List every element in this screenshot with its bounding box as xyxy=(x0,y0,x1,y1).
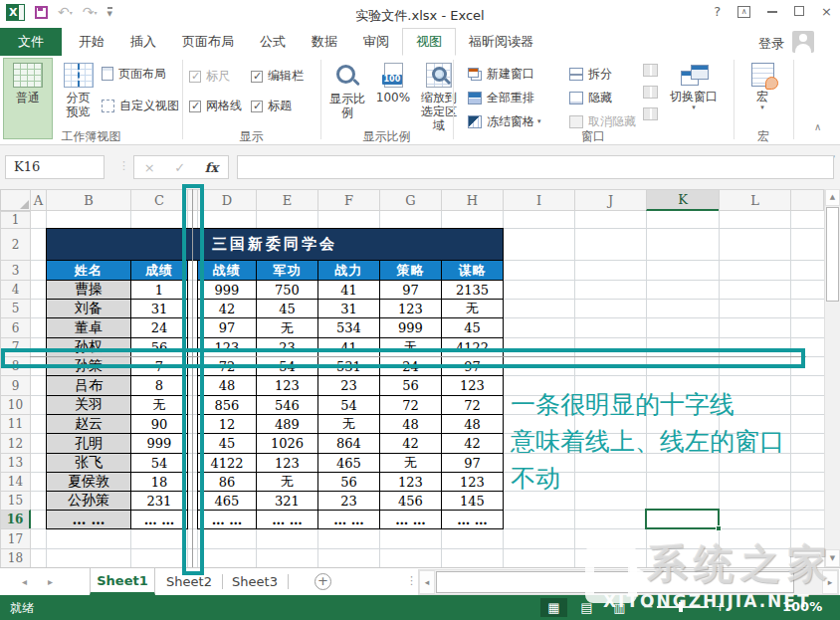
row-header-12[interactable]: 12 xyxy=(0,433,31,454)
table-cell[interactable]: 吕布 xyxy=(46,375,131,396)
table-cell[interactable]: 1026 xyxy=(256,433,318,454)
table-cell[interactable]: … … xyxy=(441,510,504,529)
table-cell[interactable]: 赵云 xyxy=(46,414,131,434)
table-cell[interactable]: 42 xyxy=(379,433,442,454)
table-cell[interactable]: 86 xyxy=(197,472,257,492)
row-header-14[interactable]: 14 xyxy=(0,472,31,492)
table-cell[interactable]: 无 xyxy=(256,472,318,492)
row-header-13[interactable]: 13 xyxy=(0,453,31,473)
column-header-A[interactable]: A xyxy=(30,189,47,211)
table-cell[interactable]: 48 xyxy=(441,414,504,434)
table-cell[interactable]: … … xyxy=(256,510,318,529)
scroll-right-arrow[interactable]: ▸ xyxy=(822,570,838,594)
table-cell[interactable]: 750 xyxy=(256,280,318,300)
table-cell[interactable]: 2135 xyxy=(441,280,504,300)
table-header-cell[interactable]: 姓名 xyxy=(46,260,131,281)
row-header-4[interactable]: 4 xyxy=(0,280,31,300)
table-cell[interactable]: 54 xyxy=(317,395,380,415)
table-cell[interactable]: 999 xyxy=(130,433,188,454)
zoom-slider[interactable] xyxy=(657,606,709,608)
vertical-scroll-thumb[interactable] xyxy=(826,207,839,302)
table-cell[interactable]: 531 xyxy=(317,356,380,376)
table-cell[interactable]: 曹操 xyxy=(46,280,131,300)
table-cell[interactable]: 123 xyxy=(256,375,318,396)
scroll-left-arrow[interactable]: ◂ xyxy=(419,570,435,594)
table-header-cell[interactable]: 战绩 xyxy=(197,260,257,281)
new-sheet-button[interactable]: + xyxy=(315,573,331,590)
scroll-up-arrow[interactable]: ▲ xyxy=(825,189,840,206)
table-cell[interactable]: 123 xyxy=(379,472,442,492)
column-header-B[interactable]: B xyxy=(46,189,131,211)
tab-bar-dots-icon[interactable]: ⋮ xyxy=(406,574,417,587)
table-header-cell[interactable]: 战力 xyxy=(317,260,380,281)
table-cell[interactable]: 321 xyxy=(256,491,318,511)
table-cell[interactable]: 465 xyxy=(317,453,380,473)
table-cell[interactable]: 31 xyxy=(317,299,380,318)
zoom-out-button[interactable]: − xyxy=(643,599,654,614)
table-cell[interactable]: 54 xyxy=(256,356,318,376)
table-cell[interactable]: 12 xyxy=(197,414,257,434)
vertical-scrollbar[interactable]: ▲ ▼ xyxy=(824,189,840,567)
table-cell[interactable]: 534 xyxy=(317,317,380,338)
table-header-cell[interactable]: 策略 xyxy=(379,260,442,281)
table-cell[interactable]: 无 xyxy=(379,453,442,473)
table-cell[interactable]: 31 xyxy=(130,299,188,318)
table-cell[interactable]: … … xyxy=(46,510,131,529)
column-header-H[interactable]: H xyxy=(441,189,504,211)
normal-view-status-button[interactable]: ▦ xyxy=(540,598,567,617)
row-header-9[interactable]: 9 xyxy=(0,375,31,396)
sheet-tab-sheet2[interactable]: Sheet2 xyxy=(157,568,221,595)
table-cell[interactable]: 23 xyxy=(317,491,380,511)
table-header-cell[interactable]: 成绩 xyxy=(130,260,188,281)
table-cell[interactable]: 45 xyxy=(441,317,504,338)
table-cell[interactable]: 864 xyxy=(317,433,380,454)
sheet-scroll-right-button[interactable]: ▸ xyxy=(48,576,53,587)
zoom-percentage[interactable]: 100% xyxy=(782,599,822,614)
table-cell[interactable]: 无 xyxy=(317,414,380,434)
table-header-cell[interactable]: 军功 xyxy=(256,260,318,281)
table-cell[interactable]: 999 xyxy=(379,317,442,338)
zoom-in-button[interactable]: + xyxy=(715,599,726,614)
table-cell[interactable]: 999 xyxy=(197,280,257,300)
table-cell[interactable]: 456 xyxy=(379,491,442,511)
table-cell[interactable]: 张飞 xyxy=(46,453,131,473)
table-cell[interactable]: 72 xyxy=(379,395,442,415)
table-cell[interactable]: 关羽 xyxy=(46,395,131,415)
table-title-cell[interactable]: 三国新委同学会 xyxy=(46,228,504,261)
column-header-L[interactable]: L xyxy=(719,189,791,211)
table-cell[interactable]: 孔明 xyxy=(46,433,131,454)
table-cell[interactable]: 41 xyxy=(317,337,380,357)
horizontal-scroll-thumb[interactable] xyxy=(436,571,794,593)
table-cell[interactable]: … … xyxy=(317,510,380,529)
table-cell[interactable]: … … xyxy=(379,510,442,529)
sheet-scroll-left-button[interactable]: ◂ xyxy=(22,576,27,587)
table-cell[interactable]: 1 xyxy=(130,280,188,300)
row-header-11[interactable]: 11 xyxy=(0,414,31,434)
table-cell[interactable]: 无 xyxy=(379,337,442,357)
column-header-I[interactable]: I xyxy=(503,189,575,211)
table-cell[interactable]: 孙策 xyxy=(46,356,131,376)
column-header-C[interactable]: C xyxy=(130,189,188,211)
table-cell[interactable]: 97 xyxy=(441,453,504,473)
table-cell[interactable]: 56 xyxy=(379,375,442,396)
table-cell[interactable]: 24 xyxy=(130,317,188,338)
column-header-F[interactable]: F xyxy=(317,189,380,211)
row-header-5[interactable]: 5 xyxy=(0,299,31,318)
selected-cell-K16[interactable] xyxy=(645,509,720,529)
table-cell[interactable]: 97 xyxy=(379,280,442,300)
table-cell[interactable]: 56 xyxy=(317,472,380,492)
row-header-6[interactable]: 6 xyxy=(0,317,31,338)
table-cell[interactable]: 董卓 xyxy=(46,317,131,338)
row-header-1[interactable]: 1 xyxy=(0,211,31,229)
table-cell[interactable]: 97 xyxy=(441,356,504,376)
table-cell[interactable]: 72 xyxy=(441,395,504,415)
table-cell[interactable]: 42 xyxy=(441,433,504,454)
table-cell[interactable]: 42 xyxy=(197,299,257,318)
table-cell[interactable]: 123 xyxy=(441,472,504,492)
table-cell[interactable]: 刘备 xyxy=(46,299,131,318)
table-cell[interactable]: 4122 xyxy=(197,453,257,473)
table-cell[interactable]: 无 xyxy=(441,299,504,318)
table-cell[interactable]: 97 xyxy=(197,317,257,338)
table-cell[interactable]: 夏侯敦 xyxy=(46,472,131,492)
table-cell[interactable]: 公孙策 xyxy=(46,491,131,511)
